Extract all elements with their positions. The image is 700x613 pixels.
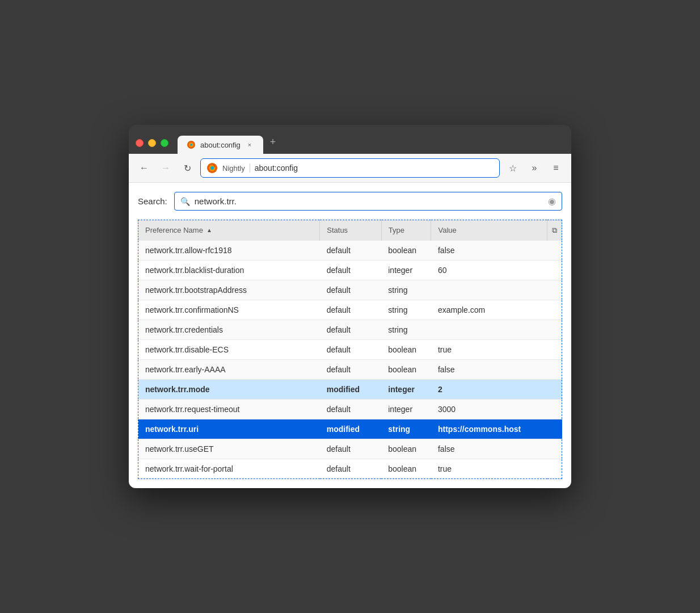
cell-type: boolean [381,459,431,479]
browser-window: about:config × + ← → ↻ Nightly about:con… [129,125,571,488]
cell-action[interactable] [547,300,562,320]
cell-status: default [320,241,381,261]
tab-title: about:config [200,141,241,149]
cell-status: default [320,300,381,320]
table-row[interactable]: network.trr.bootstrapAddressdefaultstrin… [138,280,562,300]
cell-status: default [320,439,381,459]
cell-action[interactable] [547,459,562,479]
cell-type: boolean [381,340,431,360]
col-header-name[interactable]: Preference Name ▲ [138,220,320,241]
address-separator [250,163,250,173]
back-button[interactable]: ← [136,159,153,177]
title-bar: about:config × + [129,125,571,154]
cell-value: https://commons.host [431,419,547,439]
cell-value: example.com [431,300,547,320]
cell-action[interactable] [547,400,562,419]
cell-pref-name: network.trr.request-timeout [138,400,320,419]
search-clear-button[interactable]: ◉ [548,196,556,207]
col-header-copy[interactable]: ⧉ [547,220,562,241]
search-label: Search: [138,196,167,206]
table-row[interactable]: network.trr.modemodifiedinteger2 [138,380,562,400]
cell-status: default [320,261,381,280]
table-row[interactable]: network.trr.disable-ECSdefaultbooleantru… [138,340,562,360]
cell-action[interactable] [547,360,562,380]
cell-status: modified [320,419,381,439]
address-bar[interactable]: Nightly about:config [200,158,500,178]
cell-pref-name: network.trr.wait-for-portal [138,459,320,479]
cell-type: string [381,300,431,320]
copy-icon: ⧉ [552,226,557,234]
cell-status: default [320,320,381,340]
cell-action[interactable] [547,261,562,280]
new-tab-button[interactable]: + [263,132,283,153]
table-row[interactable]: network.trr.request-timeoutdefaultintege… [138,400,562,419]
cell-type: string [381,280,431,300]
active-tab[interactable]: about:config × [178,136,263,154]
cell-action[interactable] [547,241,562,261]
table-row[interactable]: network.trr.urimodifiedstringhttps://com… [138,419,562,439]
cell-pref-name: network.trr.early-AAAA [138,360,320,380]
cell-value: 2 [431,380,547,400]
search-icon: 🔍 [180,197,190,206]
table-row[interactable]: network.trr.blacklist-durationdefaultint… [138,261,562,280]
more-tools-button[interactable]: » [526,159,543,177]
brand-name: Nightly [222,164,245,173]
cell-type: integer [381,261,431,280]
cell-status: default [320,400,381,419]
minimize-button[interactable] [148,139,156,147]
reload-button[interactable]: ↻ [179,159,196,177]
cell-action[interactable] [547,419,562,439]
cell-pref-name: network.trr.disable-ECS [138,340,320,360]
cell-action[interactable] [547,280,562,300]
firefox-tab-icon [187,140,196,149]
config-table: Preference Name ▲ Status Type Value ⧉ ne… [138,220,562,479]
cell-value: 60 [431,261,547,280]
cell-status: default [320,459,381,479]
cell-status: default [320,360,381,380]
sort-arrow-icon: ▲ [206,227,212,233]
search-box[interactable]: 🔍 network.trr. ◉ [174,192,562,211]
cell-value: false [431,439,547,459]
tab-close-button[interactable]: × [245,140,254,149]
table-row[interactable]: network.trr.early-AAAAdefaultbooleanfals… [138,360,562,380]
bookmark-button[interactable]: ☆ [504,159,521,177]
table-body: network.trr.allow-rfc1918defaultbooleanf… [138,241,562,479]
search-input[interactable]: network.trr. [195,196,543,206]
address-text[interactable]: about:config [255,163,494,173]
cell-action[interactable] [547,320,562,340]
col-header-status[interactable]: Status [320,220,381,241]
svg-point-5 [210,166,214,170]
cell-pref-name: network.trr.confirmationNS [138,300,320,320]
cell-value [431,320,547,340]
cell-value [431,280,547,300]
table-row[interactable]: network.trr.credentialsdefaultstring [138,320,562,340]
cell-type: boolean [381,439,431,459]
table-row[interactable]: network.trr.confirmationNSdefaultstringe… [138,300,562,320]
firefox-logo-icon [206,162,218,174]
menu-button[interactable]: ≡ [547,159,564,177]
nav-bar: ← → ↻ Nightly about:config ☆ » ≡ [129,154,571,183]
cell-pref-name: network.trr.useGET [138,439,320,459]
forward-button[interactable]: → [157,159,174,177]
cell-action[interactable] [547,380,562,400]
table-row[interactable]: network.trr.wait-for-portaldefaultboolea… [138,459,562,479]
cell-type: integer [381,380,431,400]
cell-status: default [320,280,381,300]
cell-type: string [381,419,431,439]
col-header-value[interactable]: Value [431,220,547,241]
maximize-button[interactable] [161,139,168,147]
cell-type: integer [381,400,431,419]
cell-pref-name: network.trr.uri [138,419,320,439]
cell-pref-name: network.trr.allow-rfc1918 [138,241,320,261]
table-header-row: Preference Name ▲ Status Type Value ⧉ [138,220,562,241]
table-row[interactable]: network.trr.useGETdefaultbooleanfalse [138,439,562,459]
cell-status: modified [320,380,381,400]
cell-action[interactable] [547,340,562,360]
cell-pref-name: network.trr.mode [138,380,320,400]
cell-action[interactable] [547,439,562,459]
cell-value: false [431,241,547,261]
table-row[interactable]: network.trr.allow-rfc1918defaultbooleanf… [138,241,562,261]
cell-value: false [431,360,547,380]
col-header-type[interactable]: Type [381,220,431,241]
close-button[interactable] [136,139,144,147]
